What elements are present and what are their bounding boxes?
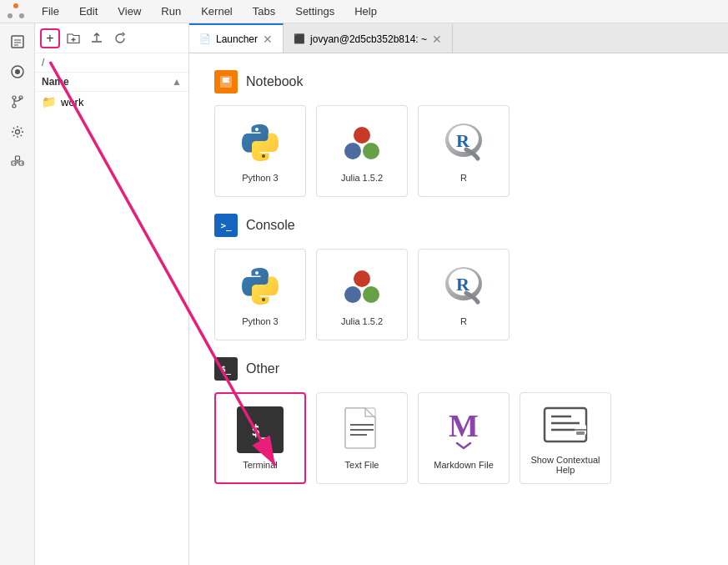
svg-point-24 <box>354 270 370 287</box>
svg-rect-39 <box>576 431 585 435</box>
svg-point-16 <box>354 127 370 144</box>
card-console-julia[interactable]: Julia 1.5.2 <box>316 249 408 341</box>
launcher-panel: Notebook <box>189 53 728 565</box>
console-section-header: >_ Console <box>214 214 703 237</box>
svg-point-22 <box>255 271 259 275</box>
svg-text:R: R <box>456 274 470 295</box>
svg-rect-12 <box>15 156 19 160</box>
main-content: 📄 Launcher ✕ ⬛ jovyan@2d5cb352b814: ~ ✕ <box>189 23 728 565</box>
menu-help[interactable]: Help <box>351 3 380 19</box>
svg-point-0 <box>13 3 18 8</box>
folder-icon: 📁 <box>42 95 56 108</box>
sort-icon[interactable]: ▲ <box>172 76 182 88</box>
svg-point-23 <box>262 298 265 301</box>
menu-settings[interactable]: Settings <box>292 3 338 19</box>
svg-point-8 <box>13 104 16 108</box>
sidebar-files-header: Name ▲ <box>35 73 188 92</box>
other-section-label: Other <box>246 361 279 376</box>
tab-terminal-icon: ⬛ <box>294 33 305 44</box>
tab-terminal-label: jovyan@2d5cb352b814: ~ <box>310 33 427 45</box>
other-cards-row: $_ Terminal <box>214 392 703 484</box>
svg-point-5 <box>15 69 20 74</box>
icon-bar <box>0 23 35 565</box>
notebook-section-label: Notebook <box>246 74 304 89</box>
card-notebook-r[interactable]: R R <box>418 105 510 197</box>
card-contextual-help[interactable]: Show Contextual Help <box>520 392 611 484</box>
markdown-logo: M <box>440 406 487 453</box>
card-console-r[interactable]: R R <box>418 249 510 341</box>
menu-tabs[interactable]: Tabs <box>249 3 279 19</box>
svg-point-14 <box>255 128 259 131</box>
other-section-header: $_ Other <box>214 357 703 381</box>
svg-text:R: R <box>456 130 470 151</box>
sidebar: + / Name ▲ 📁 <box>35 23 189 565</box>
console-section-label: Console <box>246 218 295 233</box>
card-markdown[interactable]: M Markdown File <box>418 392 510 484</box>
tab-launcher-close[interactable]: ✕ <box>263 33 273 45</box>
menu-view[interactable]: View <box>114 3 144 19</box>
console-section-icon: >_ <box>214 214 238 237</box>
menu-file[interactable]: File <box>38 3 63 19</box>
upload-button[interactable] <box>87 28 107 48</box>
files-icon-btn[interactable] <box>4 28 31 55</box>
running-icon-btn[interactable] <box>4 58 31 85</box>
breadcrumb: / <box>35 53 188 73</box>
extension-icon-btn[interactable] <box>4 149 31 175</box>
svg-point-2 <box>19 13 24 18</box>
notebook-section-icon <box>214 70 238 93</box>
contextual-help-logo <box>542 401 589 448</box>
git-icon-btn[interactable] <box>4 88 31 115</box>
svg-point-9 <box>15 130 19 134</box>
python-logo-console <box>237 263 284 310</box>
terminal-label: Terminal <box>243 460 278 470</box>
r-logo-notebook: R <box>440 119 487 166</box>
sidebar-toolbar: + <box>35 23 188 53</box>
tab-launcher[interactable]: 📄 Launcher ✕ <box>189 23 284 53</box>
tab-launcher-icon: 📄 <box>199 33 211 44</box>
julia-logo-notebook <box>339 119 385 166</box>
card-notebook-julia[interactable]: Julia 1.5.2 <box>316 105 408 197</box>
tab-launcher-label: Launcher <box>216 33 258 45</box>
main-layout: + / Name ▲ 📁 <box>0 23 728 565</box>
jupyter-logo <box>7 3 25 21</box>
card-console-python3[interactable]: Python 3 <box>214 249 306 341</box>
julia-logo-console <box>339 263 385 310</box>
menu-bar: File Edit View Run Kernel Tabs Settings … <box>0 0 728 23</box>
sidebar-item-label: work <box>61 96 83 108</box>
svg-point-15 <box>262 154 265 158</box>
console-julia-label: Julia 1.5.2 <box>341 316 383 326</box>
notebook-section-header: Notebook <box>214 70 703 93</box>
textfile-label: Text File <box>345 460 379 470</box>
settings-icon-btn[interactable] <box>4 119 31 145</box>
new-launcher-button[interactable]: + <box>40 28 60 48</box>
other-section-icon: $_ <box>214 357 238 381</box>
svg-point-1 <box>8 13 13 18</box>
notebook-julia-label: Julia 1.5.2 <box>341 173 383 183</box>
tab-terminal-close[interactable]: ✕ <box>432 33 442 45</box>
console-python3-label: Python 3 <box>242 316 278 326</box>
tab-terminal[interactable]: ⬛ jovyan@2d5cb352b814: ~ ✕ <box>284 23 453 53</box>
notebook-python3-label: Python 3 <box>242 173 278 183</box>
refresh-button[interactable] <box>110 28 130 48</box>
tab-bar: 📄 Launcher ✕ ⬛ jovyan@2d5cb352b814: ~ ✕ <box>189 23 728 53</box>
name-column-header: Name <box>42 76 69 88</box>
console-cards-row: Python 3 Julia 1.5.2 <box>214 249 703 341</box>
svg-point-18 <box>363 143 379 159</box>
new-folder-button[interactable] <box>63 28 83 48</box>
console-r-label: R <box>460 316 467 326</box>
terminal-logo: $_ <box>237 406 284 453</box>
svg-point-17 <box>344 143 361 159</box>
notebook-cards-row: Python 3 Julia 1.5.2 <box>214 105 703 197</box>
sidebar-item-work[interactable]: 📁 work <box>35 92 188 112</box>
menu-kernel[interactable]: Kernel <box>198 3 236 19</box>
contextual-help-label: Show Contextual Help <box>520 455 610 475</box>
markdown-label: Markdown File <box>434 460 494 470</box>
card-notebook-python3[interactable]: Python 3 <box>214 105 306 197</box>
menu-edit[interactable]: Edit <box>76 3 101 19</box>
card-textfile[interactable]: Text File <box>316 392 408 484</box>
r-logo-console: R <box>440 263 487 310</box>
svg-point-26 <box>363 286 379 303</box>
card-terminal[interactable]: $_ Terminal <box>214 392 306 484</box>
menu-run[interactable]: Run <box>158 3 184 19</box>
svg-point-25 <box>344 286 361 303</box>
